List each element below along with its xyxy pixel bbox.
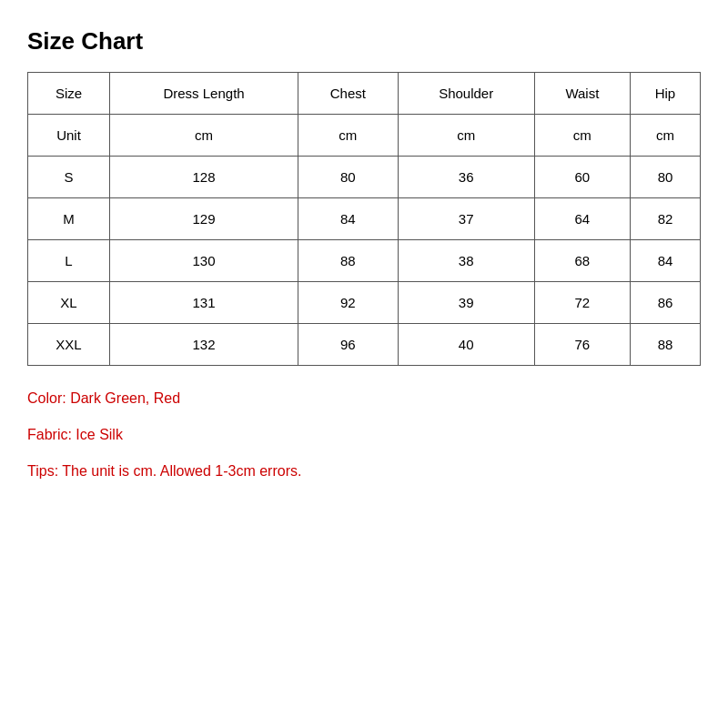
table-row: L13088386884: [28, 240, 701, 282]
table-body: S12880366080M12984376482L13088386884XL13…: [28, 157, 701, 366]
cell-r3-c3: 39: [398, 282, 534, 324]
unit-cell-3: cm: [398, 115, 534, 157]
cell-r1-c4: 64: [534, 198, 630, 240]
col-header-dress-length: Dress Length: [110, 73, 298, 115]
cell-r4-c2: 96: [298, 324, 399, 366]
info-section: Color: Dark Green, Red Fabric: Ice Silk …: [27, 388, 701, 482]
fabric-info: Fabric: Ice Silk: [27, 424, 701, 446]
cell-r2-c3: 38: [398, 240, 534, 282]
table-row: S12880366080: [28, 157, 701, 198]
size-chart-table: Size Dress Length Chest Shoulder Waist H…: [27, 72, 701, 366]
unit-cell-1: cm: [110, 115, 298, 157]
cell-r1-c0: M: [28, 198, 110, 240]
table-row: XL13192397286: [28, 282, 701, 324]
cell-r4-c5: 88: [630, 324, 700, 366]
cell-r0-c0: S: [28, 157, 110, 198]
cell-r3-c4: 72: [534, 282, 630, 324]
cell-r0-c2: 80: [298, 157, 399, 198]
cell-r0-c5: 80: [630, 157, 700, 198]
col-header-shoulder: Shoulder: [398, 73, 534, 115]
cell-r2-c2: 88: [298, 240, 399, 282]
cell-r3-c5: 86: [630, 282, 700, 324]
cell-r1-c2: 84: [298, 198, 399, 240]
col-header-waist: Waist: [534, 73, 630, 115]
cell-r2-c4: 68: [534, 240, 630, 282]
col-header-size: Size: [28, 73, 110, 115]
cell-r3-c0: XL: [28, 282, 110, 324]
cell-r4-c4: 76: [534, 324, 630, 366]
cell-r0-c1: 128: [110, 157, 298, 198]
cell-r1-c5: 82: [630, 198, 700, 240]
unit-cell-0: Unit: [28, 115, 110, 157]
col-header-hip: Hip: [630, 73, 700, 115]
table-row: M12984376482: [28, 198, 701, 240]
cell-r2-c5: 84: [630, 240, 700, 282]
unit-cell-5: cm: [630, 115, 700, 157]
cell-r1-c3: 37: [398, 198, 534, 240]
color-info: Color: Dark Green, Red: [27, 388, 701, 410]
unit-cell-4: cm: [534, 115, 630, 157]
table-row: XXL13296407688: [28, 324, 701, 366]
cell-r3-c2: 92: [298, 282, 399, 324]
col-header-chest: Chest: [298, 73, 399, 115]
cell-r2-c1: 130: [110, 240, 298, 282]
table-unit-row: Unit cm cm cm cm cm: [28, 115, 701, 157]
cell-r4-c0: XXL: [28, 324, 110, 366]
cell-r3-c1: 131: [110, 282, 298, 324]
cell-r4-c3: 40: [398, 324, 534, 366]
page-title: Size Chart: [27, 27, 701, 56]
cell-r0-c3: 36: [398, 157, 534, 198]
cell-r2-c0: L: [28, 240, 110, 282]
unit-cell-2: cm: [298, 115, 399, 157]
table-header-row: Size Dress Length Chest Shoulder Waist H…: [28, 73, 701, 115]
cell-r1-c1: 129: [110, 198, 298, 240]
cell-r0-c4: 60: [534, 157, 630, 198]
tips-info: Tips: The unit is cm. Allowed 1-3cm erro…: [27, 460, 701, 482]
cell-r4-c1: 132: [110, 324, 298, 366]
